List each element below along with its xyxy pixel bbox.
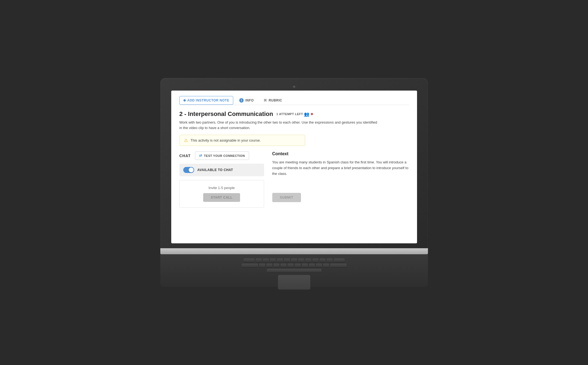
- tab-add-instructor-note-label: ADD INSTRUCTOR NOTE: [187, 98, 229, 102]
- invite-text: Invite 1-5 people: [185, 186, 258, 190]
- key: [273, 264, 279, 267]
- key: [288, 264, 294, 267]
- laptop: ADD INSTRUCTOR NOTE i INFO ⌘ Rubric 2 - …: [160, 78, 428, 287]
- page-title: 2 - Interpersonal Communication: [179, 110, 273, 118]
- wifi-icon: ⇄: [199, 154, 202, 158]
- key: [277, 258, 283, 262]
- available-label: AVAILABLE TO CHAT: [197, 168, 233, 172]
- key: [295, 264, 301, 267]
- camera: [293, 86, 295, 88]
- test-connection-label: TEST YOUR CONNECTION: [204, 154, 245, 157]
- trackpad: [278, 275, 311, 290]
- key: [330, 264, 347, 267]
- keyboard-row-3: [171, 269, 417, 273]
- laptop-base: [160, 248, 428, 254]
- keyboard-area: [160, 254, 428, 287]
- chat-label: CHAT: [179, 154, 191, 158]
- context-text: You are meeting many students in Spanish…: [272, 160, 409, 176]
- attempt-dot: [311, 113, 313, 115]
- chat-header-row: CHAT ⇄ TEST YOUR CONNECTION: [179, 151, 264, 160]
- key: [323, 264, 329, 267]
- key: [242, 264, 258, 267]
- key: [320, 258, 326, 262]
- rubric-icon: ⌘: [264, 98, 267, 102]
- keyboard-row-2: [171, 264, 417, 267]
- keyboard-row-1: [171, 258, 417, 262]
- key: [305, 258, 311, 262]
- key: [280, 264, 286, 267]
- right-panel: Context You are meeting many students in…: [272, 151, 409, 208]
- keyboard-rows: [171, 258, 417, 273]
- tab-add-instructor-note[interactable]: ADD INSTRUCTOR NOTE: [179, 96, 234, 105]
- tab-info-label: INFO: [245, 98, 254, 102]
- attempt-badge: 1 ATTEMPT LEFT 👥: [276, 112, 313, 117]
- key: [256, 258, 262, 262]
- key: [259, 264, 265, 267]
- tab-rubric[interactable]: ⌘ Rubric: [260, 96, 286, 104]
- tab-info[interactable]: i INFO: [235, 96, 258, 105]
- info-icon: i: [239, 98, 244, 103]
- screen: ADD INSTRUCTOR NOTE i INFO ⌘ Rubric 2 - …: [171, 91, 417, 243]
- key: [270, 258, 276, 262]
- key: [334, 258, 345, 262]
- submit-button[interactable]: SUBMIT: [272, 193, 301, 202]
- tab-dot-icon: [184, 99, 186, 101]
- context-title: Context: [272, 151, 409, 156]
- screen-bezel: ADD INSTRUCTOR NOTE i INFO ⌘ Rubric 2 - …: [160, 78, 428, 248]
- attempt-label: 1 ATTEMPT LEFT: [276, 112, 303, 116]
- test-connection-button[interactable]: ⇄ TEST YOUR CONNECTION: [195, 151, 249, 160]
- tab-rubric-label: Rubric: [269, 98, 282, 102]
- warning-icon: ⚠: [184, 138, 188, 143]
- key: [291, 258, 297, 262]
- key: [309, 264, 315, 267]
- submit-label: SUBMIT: [280, 196, 293, 199]
- key: [298, 258, 304, 262]
- warning-box: ⚠ This activity is not assignable in you…: [179, 135, 305, 146]
- start-call-label: START CALL: [211, 196, 232, 199]
- warning-text: This activity is not assignable in your …: [191, 138, 261, 142]
- key: [263, 258, 269, 262]
- page-title-row: 2 - Interpersonal Communication 1 ATTEMP…: [179, 110, 409, 118]
- description-line1: Work with two partners. One of you is in…: [179, 120, 377, 124]
- available-toggle[interactable]: [183, 167, 194, 173]
- key: [302, 264, 308, 267]
- description: Work with two partners. One of you is in…: [179, 120, 382, 130]
- group-icon: 👥: [304, 112, 310, 117]
- key: [316, 264, 322, 267]
- main-content-row: CHAT ⇄ TEST YOUR CONNECTION AVAILABLE TO…: [179, 151, 409, 208]
- left-panel: CHAT ⇄ TEST YOUR CONNECTION AVAILABLE TO…: [179, 151, 264, 208]
- start-call-button[interactable]: START CALL: [203, 193, 240, 202]
- key: [266, 264, 272, 267]
- available-row: AVAILABLE TO CHAT: [179, 164, 264, 176]
- key: [312, 258, 318, 262]
- invite-area: Invite 1-5 people START CALL: [179, 180, 264, 208]
- key: [327, 258, 333, 262]
- tab-bar: ADD INSTRUCTOR NOTE i INFO ⌘ Rubric: [179, 96, 409, 105]
- spacebar-key: [267, 269, 321, 273]
- key: [284, 258, 290, 262]
- description-line2: in the video clip to have a short conver…: [179, 126, 250, 130]
- content-area: ADD INSTRUCTOR NOTE i INFO ⌘ Rubric 2 - …: [171, 91, 417, 213]
- key: [244, 258, 255, 262]
